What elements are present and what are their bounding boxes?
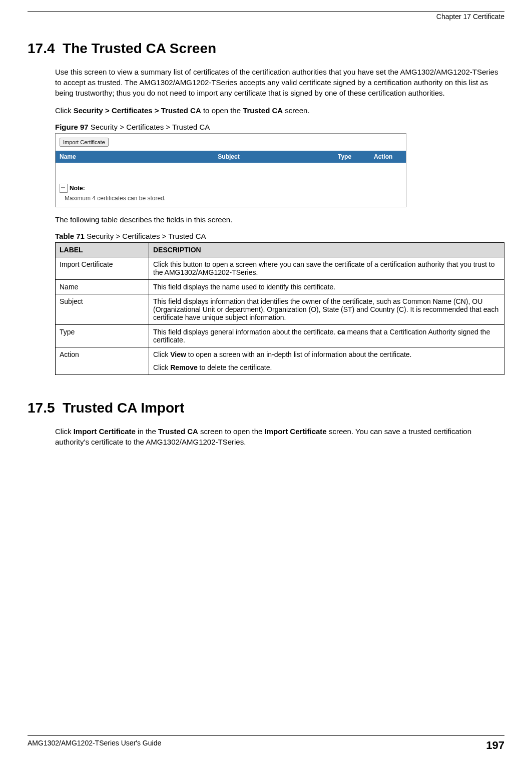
section-heading: Trusted CA Import xyxy=(63,400,184,416)
table-caption: Table 71 Security > Certificates > Trust… xyxy=(55,232,504,240)
table-row: Action Click View to open a screen with … xyxy=(56,347,504,375)
nav-instruction: Click Security > Certificates > Trusted … xyxy=(55,105,504,116)
description-table: LABEL DESCRIPTION Import Certificate Cli… xyxy=(55,242,504,375)
page-footer: AMG1302/AMG1202-TSeries User's Guide 197 xyxy=(28,735,504,752)
section-17-5-paragraph: Click Import Certificate in the Trusted … xyxy=(55,426,504,447)
footer-guide-name: AMG1302/AMG1202-TSeries User's Guide xyxy=(28,739,161,752)
screenshot-table-header: Name Subject Type Action xyxy=(56,151,406,163)
note-text: Maximum 4 certificates can be stored. xyxy=(56,194,406,207)
th-label: LABEL xyxy=(56,243,149,257)
chapter-header: Chapter 17 Certificate xyxy=(28,13,504,21)
table-row: Import Certificate Click this button to … xyxy=(56,257,504,280)
col-type: Type xyxy=(334,151,370,163)
th-description: DESCRIPTION xyxy=(149,243,504,257)
col-name: Name xyxy=(56,151,124,163)
trusted-ca-screenshot: Import Certificate Name Subject Type Act… xyxy=(55,133,406,207)
table-row: Name This field displays the name used t… xyxy=(56,280,504,294)
section-heading: The Trusted CA Screen xyxy=(63,41,216,56)
intro-paragraph: Use this screen to view a summary list o… xyxy=(55,67,504,98)
figure-caption: Figure 97 Security > Certificates > Trus… xyxy=(55,123,504,131)
table-intro: The following table describes the fields… xyxy=(55,214,504,225)
section-number: 17.5 xyxy=(28,400,55,416)
note-icon xyxy=(60,184,68,193)
section-17-4-title: 17.4 The Trusted CA Screen xyxy=(28,41,504,57)
page-number: 197 xyxy=(486,739,504,752)
section-17-5-title: 17.5 Trusted CA Import xyxy=(28,400,504,416)
note-row: Note: xyxy=(56,179,406,194)
table-row: Type This field displays general informa… xyxy=(56,325,504,347)
section-number: 17.4 xyxy=(28,41,55,56)
col-subject: Subject xyxy=(124,151,334,163)
col-action: Action xyxy=(370,151,406,163)
import-certificate-button[interactable]: Import Certificate xyxy=(60,138,109,147)
table-row: Subject This field displays information … xyxy=(56,294,504,325)
